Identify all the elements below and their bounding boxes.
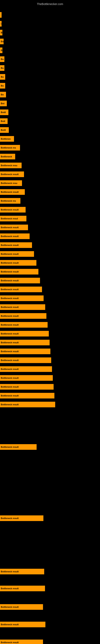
- bar-row: Bottleneck result: [0, 322, 100, 328]
- bar-row: Bo: [0, 83, 100, 88]
- bar-label: Bottleneck result: [0, 402, 55, 407]
- bar-label: Bottleneck result: [0, 172, 24, 177]
- bar-row: Bot: [0, 100, 100, 106]
- bar-row: Bottleneck: [0, 154, 100, 160]
- bar-row: Bo: [0, 74, 100, 80]
- bar-row: Bottleneck result: [0, 366, 100, 372]
- bar-label: Bottleneck resu: [0, 162, 22, 168]
- bar-label: Bottleneck res: [0, 145, 20, 150]
- bar-label: Bott: [0, 118, 8, 124]
- bar-label: Bottleneck resul: [0, 216, 26, 222]
- bar-row: Bo: [0, 39, 100, 44]
- bar-row: Bottleneck result: [0, 640, 100, 644]
- bar-label: B: [0, 30, 2, 36]
- bar-label: Bottleneck result: [0, 640, 43, 644]
- bar-row: Bottleneck result: [0, 348, 100, 354]
- bar-label: Bottleneck result: [0, 251, 34, 257]
- bar-row: B: [0, 48, 100, 53]
- bar-label: Bottleneck result: [0, 444, 37, 450]
- bar-row: Bottleneck result: [0, 358, 100, 363]
- bar-label: Bottleneck result: [0, 322, 48, 328]
- bar-row: Bo: [0, 56, 100, 62]
- bar-label: Bottleneck result: [0, 234, 30, 239]
- bar-label: Bo: [0, 92, 6, 98]
- bar-row: Bottleneck res: [0, 145, 100, 150]
- bar-row: Bottleneck result: [0, 393, 100, 398]
- bar-label: Bottleneck result: [0, 516, 43, 521]
- bar-row: Bottleneck result: [0, 296, 100, 301]
- bar-label: Bottleneck result: [0, 242, 32, 248]
- bar-label: Bottlenec: [0, 136, 14, 142]
- bar-row: Bottleneck result: [0, 278, 100, 283]
- bar-label: Bo: [0, 65, 4, 71]
- bar-row: Bo: [0, 65, 100, 71]
- bar-row: Bottleneck result: [0, 224, 100, 230]
- bar-row: Bottleneck result: [0, 340, 100, 345]
- bar-label: Bottleneck result: [0, 331, 49, 336]
- bar-row: Bottleneck result: [0, 622, 100, 627]
- bar-row: Bottleneck result: [0, 234, 100, 239]
- bar-row: [0, 12, 100, 18]
- bar-label: Bottl: [0, 110, 8, 115]
- bar-row: Bottleneck resu: [0, 180, 100, 186]
- bar-label: Bottleneck result: [0, 375, 53, 381]
- bar-label: Bot: [0, 100, 7, 106]
- bar-label: Bo: [0, 56, 4, 62]
- bar-label: Bottleneck result: [0, 340, 50, 345]
- bar-label: Bottleneck result: [0, 313, 47, 319]
- bar-row: Bottleneck result: [0, 304, 100, 310]
- bar-label: i: [0, 21, 1, 26]
- bar-label: Bottleneck result: [0, 348, 50, 354]
- bar-row: Bott: [0, 118, 100, 124]
- bar-row: Bottlenec: [0, 136, 100, 142]
- bar-label: Bottleneck: [0, 154, 15, 160]
- bar-row: B: [0, 30, 100, 36]
- bar-row: i: [0, 21, 100, 26]
- bar-label: Bottl: [0, 127, 9, 133]
- bar-label: Bottleneck result: [0, 393, 54, 398]
- bar-label: Bottleneck result: [0, 586, 45, 591]
- bar-label: Bottleneck result: [0, 384, 53, 390]
- bar-row: Bottleneck result: [0, 269, 100, 274]
- bar-label: Bottleneck resu: [0, 180, 22, 186]
- bar-label: Bottleneck result: [0, 269, 38, 274]
- bar-label: [0, 12, 1, 18]
- bar-row: Bottleneck result: [0, 375, 100, 381]
- bar-label: Bottleneck result: [0, 296, 44, 301]
- bar-row: Bottleneck result: [0, 586, 100, 591]
- bar-label: Bottleneck result: [0, 569, 44, 574]
- bar-label: Bottleneck result: [0, 358, 51, 363]
- bar-label: Bottleneck res: [0, 198, 20, 204]
- bar-label: Bottleneck result: [0, 260, 36, 266]
- bar-row: Bottleneck result: [0, 189, 100, 195]
- bar-label: Bottleneck result: [0, 189, 25, 195]
- bar-label: Bottleneck result: [0, 207, 26, 212]
- bar-row: Bottleneck result: [0, 384, 100, 390]
- bar-label: Bottleneck result: [0, 278, 40, 283]
- bar-row: Bottleneck result: [0, 260, 100, 266]
- bar-row: Bottleneck resul: [0, 216, 100, 222]
- bar-row: Bottleneck result: [0, 569, 100, 574]
- bar-label: Bottleneck result: [0, 304, 45, 310]
- bar-label: B: [0, 48, 2, 53]
- bar-row: Bottleneck result: [0, 313, 100, 319]
- bar-row: Bottleneck result: [0, 604, 100, 610]
- bar-row: Bottleneck result: [0, 402, 100, 407]
- bar-row: Bottleneck result: [0, 172, 100, 177]
- bar-row: Bottleneck result: [0, 516, 100, 521]
- bar-row: Bottleneck result: [0, 207, 100, 212]
- bar-row: Bottleneck result: [0, 331, 100, 336]
- bar-row: Bottleneck result: [0, 251, 100, 257]
- bar-label: Bottleneck result: [0, 366, 52, 372]
- bar-row: Bottleneck res: [0, 198, 100, 204]
- bar-label: Bottleneck result: [0, 604, 43, 610]
- bar-row: Bo: [0, 92, 100, 98]
- bar-label: Bottleneck result: [0, 286, 42, 292]
- bar-row: Bottleneck result: [0, 286, 100, 292]
- bar-label: Bottleneck result: [0, 622, 46, 627]
- bar-row: Bottleneck result: [0, 242, 100, 248]
- bar-row: Bottl: [0, 110, 100, 115]
- bar-label: Bo: [0, 39, 3, 44]
- bar-label: Bottleneck result: [0, 224, 28, 230]
- bar-row: Bottl: [0, 127, 100, 133]
